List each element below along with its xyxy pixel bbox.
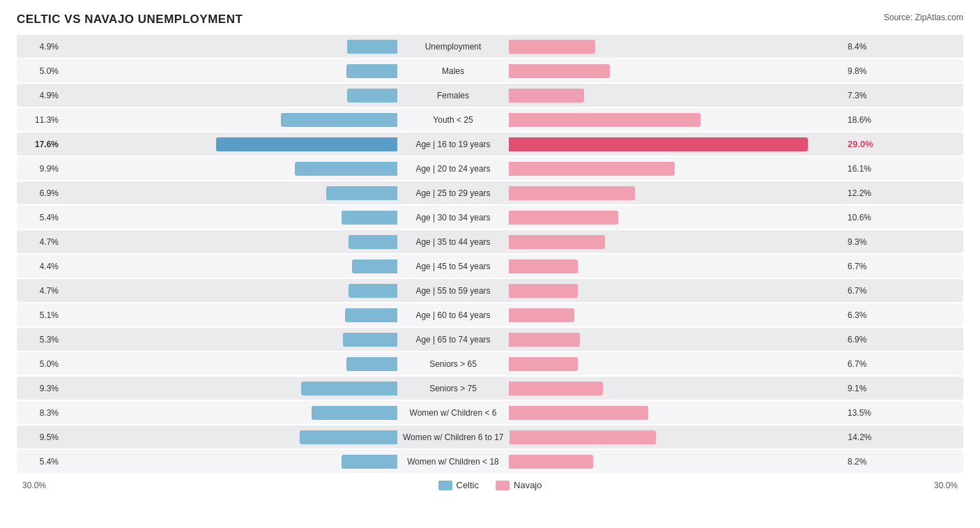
bar-row: 5.4% Age | 30 to 34 years 10.6% — [17, 206, 963, 229]
right-bar-1 — [509, 64, 610, 78]
right-value-5: 16.1% — [843, 164, 884, 174]
left-value-4: 17.6% — [22, 139, 63, 149]
right-value-17: 8.2% — [843, 457, 884, 467]
right-bar-3 — [509, 113, 700, 127]
left-bar-wrap-17 — [63, 455, 397, 469]
row-inner-16: 9.5% Women w/ Children 6 to 17 14.2% — [17, 425, 963, 448]
right-value-13: 6.7% — [843, 359, 884, 369]
right-bar-10 — [509, 284, 578, 298]
left-bar-wrap-14 — [63, 382, 397, 395]
right-bar-wrap-5 — [509, 162, 843, 176]
right-bar-wrap-11 — [509, 308, 843, 322]
bar-row: 4.4% Age | 45 to 54 years 6.7% — [17, 255, 963, 278]
right-value-2: 7.3% — [843, 91, 884, 100]
right-bar-wrap-13 — [509, 357, 843, 371]
left-bar-17 — [342, 455, 397, 469]
right-bar-wrap-8 — [509, 235, 843, 249]
left-bar-16 — [300, 430, 397, 444]
left-bar-11 — [345, 308, 397, 322]
right-bar-wrap-17 — [509, 455, 843, 469]
footer-left-value: 30.0% — [22, 481, 64, 490]
row-inner-15: 8.3% Women w/ Children < 6 13.5% — [17, 401, 963, 424]
bar-row: 17.6% Age | 16 to 19 years 29.0% — [17, 133, 963, 156]
right-value-4: 29.0% — [843, 139, 884, 149]
left-bar-7 — [342, 211, 397, 225]
chart-container: CELTIC VS NAVAJO UNEMPLOYMENT Source: Zi… — [0, 0, 980, 504]
right-bar-9 — [509, 259, 578, 273]
right-bar-14 — [509, 382, 603, 395]
center-label-2: Females — [397, 91, 509, 100]
bar-row: 5.1% Age | 60 to 64 years 6.3% — [17, 303, 963, 326]
left-value-17: 5.4% — [22, 457, 63, 467]
left-bar-wrap-8 — [63, 235, 397, 249]
left-value-12: 5.3% — [22, 335, 63, 345]
right-value-3: 18.6% — [843, 115, 884, 125]
left-bar-wrap-15 — [63, 406, 397, 420]
left-value-6: 6.9% — [22, 188, 63, 198]
center-label-5: Age | 20 to 24 years — [397, 164, 509, 174]
left-bar-15 — [312, 406, 397, 420]
bar-row: 11.3% Youth < 25 18.6% — [17, 108, 963, 131]
right-bar-0 — [509, 40, 595, 54]
right-value-7: 10.6% — [843, 213, 884, 222]
center-label-14: Seniors > 75 — [397, 384, 509, 393]
center-label-7: Age | 30 to 34 years — [397, 213, 509, 222]
row-inner-12: 5.3% Age | 65 to 74 years 6.9% — [17, 328, 963, 351]
left-bar-13 — [346, 357, 397, 371]
row-inner-17: 5.4% Women w/ Children < 18 8.2% — [17, 450, 963, 473]
right-bar-8 — [509, 235, 605, 249]
left-value-7: 5.4% — [22, 213, 63, 222]
left-value-3: 11.3% — [22, 115, 63, 125]
right-bar-wrap-9 — [509, 259, 843, 273]
center-label-11: Age | 60 to 64 years — [397, 310, 509, 320]
legend-navajo-label: Navajo — [514, 480, 542, 490]
left-value-11: 5.1% — [22, 310, 63, 320]
legend-celtic-label: Celtic — [457, 480, 480, 490]
left-value-8: 4.7% — [22, 237, 63, 247]
bar-row: 4.9% Unemployment 8.4% — [17, 35, 963, 58]
left-value-5: 9.9% — [22, 164, 63, 174]
center-label-10: Age | 55 to 59 years — [397, 286, 509, 296]
left-bar-wrap-4 — [63, 137, 397, 151]
row-inner-8: 4.7% Age | 35 to 44 years 9.3% — [17, 230, 963, 253]
right-value-16: 14.2% — [844, 432, 885, 442]
center-label-13: Seniors > 65 — [397, 359, 509, 369]
left-bar-wrap-11 — [63, 308, 397, 322]
left-value-15: 8.3% — [22, 408, 63, 418]
left-bar-1 — [346, 64, 397, 78]
left-bar-5 — [295, 162, 397, 176]
center-label-6: Age | 25 to 29 years — [397, 188, 509, 198]
right-bar-wrap-1 — [509, 64, 843, 78]
left-bar-wrap-0 — [63, 40, 397, 54]
center-label-15: Women w/ Children < 6 — [397, 408, 509, 418]
right-bar-wrap-16 — [510, 430, 844, 444]
right-bar-6 — [509, 186, 635, 200]
bar-row: 5.0% Males 9.8% — [17, 59, 963, 82]
left-bar-14 — [301, 382, 397, 395]
row-inner-13: 5.0% Seniors > 65 6.7% — [17, 352, 963, 375]
right-bar-wrap-15 — [509, 406, 843, 420]
right-bar-16 — [510, 430, 656, 444]
legend-navajo-box — [496, 481, 510, 490]
right-bar-wrap-12 — [509, 333, 843, 347]
right-bar-wrap-6 — [509, 186, 843, 200]
right-value-10: 6.7% — [843, 286, 884, 296]
right-bar-5 — [509, 162, 675, 176]
left-bar-wrap-5 — [63, 162, 397, 176]
right-value-9: 6.7% — [843, 262, 884, 271]
left-bar-wrap-7 — [63, 211, 397, 225]
center-label-0: Unemployment — [397, 42, 509, 52]
bar-row: 4.7% Age | 35 to 44 years 9.3% — [17, 230, 963, 253]
row-inner-9: 4.4% Age | 45 to 54 years 6.7% — [17, 255, 963, 278]
row-inner-1: 5.0% Males 9.8% — [17, 59, 963, 82]
center-label-8: Age | 35 to 44 years — [397, 237, 509, 247]
row-inner-4: 17.6% Age | 16 to 19 years 29.0% — [17, 133, 963, 156]
legend-celtic-box — [438, 481, 452, 490]
left-bar-6 — [326, 186, 397, 200]
left-bar-wrap-9 — [63, 259, 397, 273]
left-bar-2 — [347, 89, 397, 103]
footer-right-value: 30.0% — [916, 481, 958, 490]
right-bar-13 — [509, 357, 578, 371]
left-bar-wrap-2 — [63, 89, 397, 103]
row-inner-3: 11.3% Youth < 25 18.6% — [17, 108, 963, 131]
